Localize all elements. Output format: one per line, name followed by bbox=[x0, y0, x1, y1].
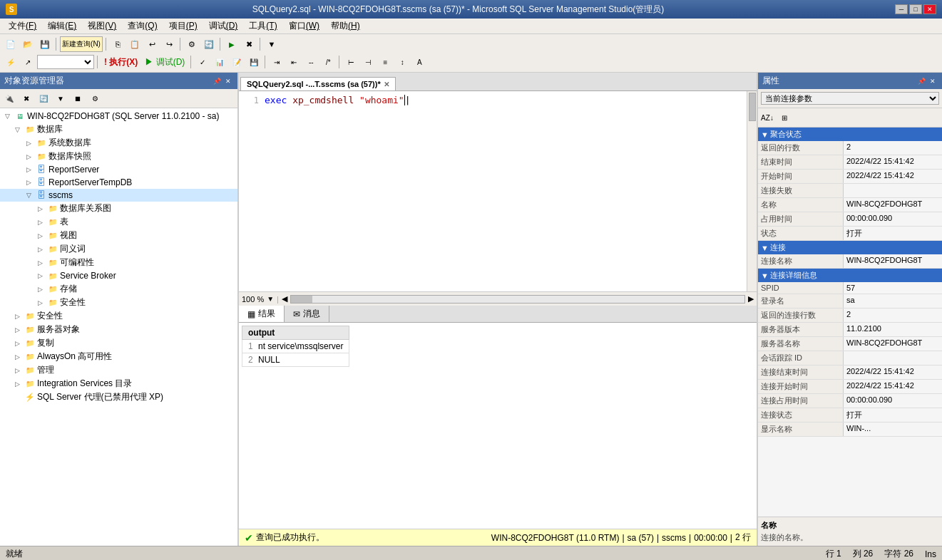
tree-security[interactable]: ▷ 📁 安全性 bbox=[0, 296, 237, 309]
results-text-btn[interactable]: 📝 bbox=[229, 54, 245, 70]
connect-btn[interactable]: ▶ bbox=[224, 36, 240, 52]
tree-replication[interactable]: ▷ 📁 复制 bbox=[0, 336, 237, 350]
tree-tables[interactable]: ▷ 📁 表 bbox=[0, 215, 237, 229]
redo-btn[interactable]: ↪ bbox=[161, 36, 177, 52]
tab-close-btn[interactable]: ✕ bbox=[384, 81, 389, 88]
results-grid-btn[interactable]: 📊 bbox=[212, 54, 227, 70]
scroll-left-btn[interactable]: ◀ bbox=[282, 294, 287, 304]
horizontal-scroll-thumb[interactable] bbox=[291, 296, 312, 303]
close-button[interactable]: ✕ bbox=[923, 4, 936, 14]
tree-reportserver[interactable]: ▷ 🗄 ReportServer bbox=[0, 163, 237, 176]
menu-view[interactable]: 视图(V) bbox=[82, 19, 122, 33]
tree-diagrams[interactable]: ▷ 📁 数据库关系图 bbox=[0, 202, 237, 215]
oe-pin-btn[interactable]: 📌 bbox=[212, 76, 222, 86]
uncomment-btn[interactable]: /* bbox=[320, 54, 336, 70]
tree-alwayson[interactable]: ▷ 📁 AlwaysOn 高可用性 bbox=[0, 350, 237, 363]
align-right-btn[interactable]: ⊣ bbox=[360, 54, 376, 70]
editor-scrollbar[interactable] bbox=[747, 91, 757, 291]
prop-value-conn-end: 2022/4/22 15:41:42 bbox=[844, 365, 942, 379]
prop-section-conndetail[interactable]: ▼ 连接详细信息 bbox=[758, 269, 942, 282]
tree-synonyms[interactable]: ▷ 📁 同义词 bbox=[0, 242, 237, 256]
prop-content: ▼ 聚合状态 返回的行数 2 结束时间 2022/4/22 15:41:42 开… bbox=[758, 128, 942, 517]
database-dropdown[interactable]: sscms bbox=[37, 55, 94, 69]
more-btn[interactable]: ▼ bbox=[264, 36, 280, 52]
oe-settings-btn[interactable]: ⚙ bbox=[87, 90, 103, 106]
prop-pin-btn[interactable]: 📌 bbox=[916, 76, 926, 86]
filter-btn[interactable]: ⚙ bbox=[184, 36, 200, 52]
tb2-btn1[interactable]: ⚡ bbox=[3, 54, 19, 70]
refresh-btn[interactable]: 🔄 bbox=[201, 36, 217, 52]
new-query-btn[interactable]: 📄 bbox=[3, 36, 19, 52]
prop-section-conn[interactable]: ▼ 连接 bbox=[758, 241, 942, 254]
menu-edit[interactable]: 编辑(E) bbox=[42, 19, 82, 33]
menu-debug[interactable]: 调试(D) bbox=[203, 19, 244, 33]
menu-query[interactable]: 查询(Q) bbox=[122, 19, 163, 33]
tree-views[interactable]: ▷ 📁 视图 bbox=[0, 229, 237, 242]
tree-sscms[interactable]: ▽ 🗄 sscms bbox=[0, 189, 237, 202]
oe-connect-btn[interactable]: 🔌 bbox=[1, 90, 17, 106]
zoom-dropdown[interactable]: ▼ bbox=[267, 295, 274, 303]
execute-btn[interactable]: ! 执行(X) bbox=[101, 56, 140, 68]
prop-row-session-id: 会话跟踪 ID bbox=[758, 351, 942, 365]
paste-btn[interactable]: 📋 bbox=[127, 36, 143, 52]
scroll-right-btn[interactable]: ▶ bbox=[748, 294, 754, 304]
undo-btn[interactable]: ↩ bbox=[144, 36, 160, 52]
tree-top-security[interactable]: ▷ 📁 安全性 bbox=[0, 309, 237, 323]
tree-integration-services[interactable]: ▷ 📁 Integration Services 目录 bbox=[0, 377, 237, 390]
menu-tools[interactable]: 工具(T) bbox=[243, 19, 282, 33]
editor-line-1: 1 exec xp_cmdshell "whoami"| bbox=[245, 94, 751, 107]
minimize-button[interactable]: ─ bbox=[895, 4, 908, 14]
results-tab-results[interactable]: ▦ 结果 bbox=[239, 306, 285, 322]
results-tab-messages[interactable]: ✉ 消息 bbox=[285, 306, 329, 322]
results-file-btn[interactable]: 💾 bbox=[246, 54, 262, 70]
menu-project[interactable]: 项目(P) bbox=[163, 19, 203, 33]
code-content[interactable]: exec xp_cmdshell "whoami"| bbox=[265, 94, 411, 107]
prop-value-elapsed: 00:00:00.090 bbox=[844, 212, 942, 226]
tree-databases[interactable]: ▽ 📁 数据库 bbox=[0, 123, 237, 136]
tb2-btn2[interactable]: ↗ bbox=[20, 54, 36, 70]
tree-management[interactable]: ▷ 📁 管理 bbox=[0, 363, 237, 377]
tree-db-snapshot[interactable]: ▷ 📁 数据库快照 bbox=[0, 150, 237, 163]
debug-btn[interactable]: ▶ 调试(D) bbox=[142, 56, 188, 68]
sort-btn[interactable]: ↕ bbox=[394, 54, 410, 70]
tree-system-db[interactable]: ▷ 📁 系统数据库 bbox=[0, 136, 237, 150]
prop-section-agg[interactable]: ▼ 聚合状态 bbox=[758, 128, 942, 141]
align-center-btn[interactable]: ≡ bbox=[377, 54, 393, 70]
tree-reportservertempdb[interactable]: ▷ 🗄 ReportServerTempDB bbox=[0, 176, 237, 189]
align-left-btn[interactable]: ⊢ bbox=[343, 54, 359, 70]
comment-btn[interactable]: -- bbox=[303, 54, 319, 70]
tree-server[interactable]: ▽ 🖥 WIN-8CQ2FDOHG8T (SQL Server 11.0.210… bbox=[0, 110, 237, 123]
save-btn[interactable]: 💾 bbox=[37, 36, 53, 52]
oe-refresh-btn[interactable]: 🔄 bbox=[36, 90, 51, 106]
open-btn[interactable]: 📂 bbox=[20, 36, 36, 52]
maximize-button[interactable]: □ bbox=[909, 4, 922, 14]
tree-server-objects[interactable]: ▷ 📁 服务器对象 bbox=[0, 323, 237, 336]
prop-footer-desc: 连接的名称。 bbox=[761, 532, 939, 543]
prop-section-select[interactable]: 当前连接参数 bbox=[761, 92, 939, 105]
menu-file[interactable]: 文件(F) bbox=[3, 19, 42, 33]
menu-window[interactable]: 窗口(W) bbox=[283, 19, 325, 33]
new-query2-btn[interactable]: 新建查询(N) bbox=[60, 36, 103, 52]
scroll-thumb[interactable] bbox=[749, 93, 756, 121]
tree-storage[interactable]: ▷ 📁 存储 bbox=[0, 282, 237, 296]
tree-sql-agent[interactable]: ⚡ SQL Server 代理(已禁用代理 XP) bbox=[0, 390, 237, 404]
oe-filter-btn[interactable]: ▼ bbox=[53, 90, 68, 106]
copy-btn[interactable]: ⎘ bbox=[110, 36, 126, 52]
row-num-1: 1 bbox=[248, 341, 253, 351]
tree-programmability[interactable]: ▷ 📁 可编程性 bbox=[0, 256, 237, 269]
menu-help[interactable]: 帮助(H) bbox=[325, 19, 366, 33]
indent-btn[interactable]: ⇥ bbox=[269, 54, 285, 70]
outdent-btn[interactable]: ⇤ bbox=[286, 54, 302, 70]
prop-sort-alpha-btn[interactable]: AZ↓ bbox=[759, 110, 775, 125]
parse-btn[interactable]: ✓ bbox=[195, 54, 210, 70]
query-tab-active[interactable]: SQLQuery2.sql -...T.sscms (sa (57))* ✕ bbox=[240, 77, 396, 90]
prop-sort-cat-btn[interactable]: ⊞ bbox=[777, 110, 792, 125]
prop-label-elapsed: 占用时间 bbox=[758, 212, 844, 226]
prop-close-btn[interactable]: ✕ bbox=[928, 76, 938, 86]
oe-stop-btn[interactable]: ⏹ bbox=[70, 90, 86, 106]
oe-close-btn[interactable]: ✕ bbox=[223, 76, 233, 86]
font-btn[interactable]: A bbox=[411, 54, 427, 70]
tree-service-broker[interactable]: ▷ 📁 Service Broker bbox=[0, 269, 237, 282]
disconnect-btn[interactable]: ✖ bbox=[241, 36, 257, 52]
oe-disconnect-btn[interactable]: ✖ bbox=[19, 90, 34, 106]
